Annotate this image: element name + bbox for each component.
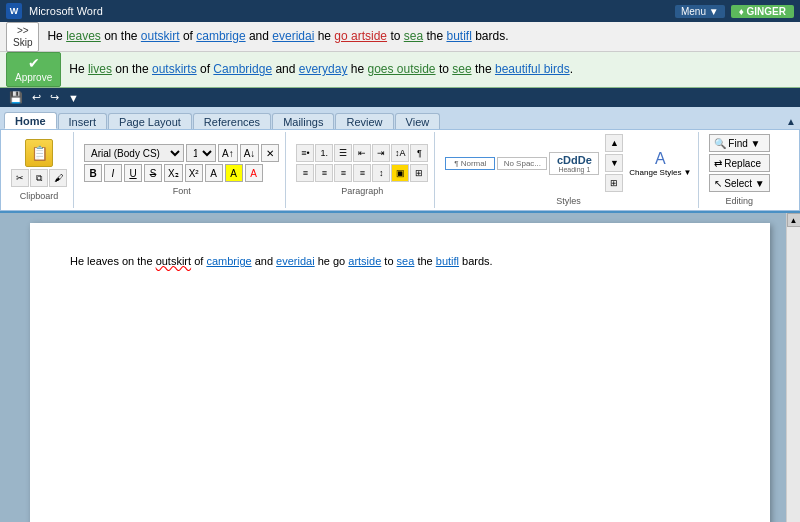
para-row1: ≡• 1. ☰ ⇤ ⇥ ↕A ¶: [296, 144, 428, 162]
word-everidai: everidai: [272, 29, 314, 43]
correction-bar: ✔ Approve He lives on the outskirts of C…: [0, 52, 800, 88]
show-hide-btn[interactable]: ¶: [410, 144, 428, 162]
text-effects-btn[interactable]: A: [205, 164, 223, 182]
menu-button[interactable]: Menu ▼: [675, 5, 725, 18]
suggestion-text: He leaves on the outskirt of cambrige an…: [47, 28, 794, 45]
replace-btn[interactable]: ⇄ Replace: [709, 154, 770, 172]
font-shrink-btn[interactable]: A↓: [240, 144, 260, 162]
skip-label: Skip: [13, 37, 32, 49]
tab-references[interactable]: References: [193, 113, 271, 129]
font-size-select[interactable]: 11: [186, 144, 216, 162]
document-text[interactable]: He leaves on the outskirt of cambrige an…: [70, 253, 730, 270]
font-grow-btn[interactable]: A↑: [218, 144, 238, 162]
word-icon: W: [6, 3, 22, 19]
suggestion-bar: >> Skip He leaves on the outskirt of cam…: [0, 22, 800, 52]
tab-mailings[interactable]: Mailings: [272, 113, 334, 129]
tab-page-layout[interactable]: Page Layout: [108, 113, 192, 129]
justify-btn[interactable]: ≡: [353, 164, 371, 182]
numbering-btn[interactable]: 1.: [315, 144, 333, 162]
font-color-btn[interactable]: A: [245, 164, 263, 182]
scroll-up-btn[interactable]: ▲: [787, 213, 801, 227]
underline-btn[interactable]: U: [124, 164, 142, 182]
app-title: Microsoft Word: [29, 5, 103, 17]
paste-button[interactable]: 📋: [25, 139, 53, 167]
change-styles-label: Change Styles ▼: [629, 168, 691, 177]
select-btn[interactable]: ↖ Select ▼: [709, 174, 770, 192]
bullets-btn[interactable]: ≡•: [296, 144, 314, 162]
word-sea-link: sea: [397, 255, 415, 267]
styles-up-btn[interactable]: ▲: [605, 134, 623, 152]
editing-controls: 🔍 Find ▼ ⇄ Replace ↖ Select ▼: [709, 134, 770, 192]
style-nospace-box[interactable]: No Spac...: [497, 157, 547, 170]
style-normal-box[interactable]: ¶ Normal: [445, 157, 495, 170]
tab-insert[interactable]: Insert: [58, 113, 108, 129]
editing-group: 🔍 Find ▼ ⇄ Replace ↖ Select ▼ Editing: [703, 132, 776, 208]
font-name-row: Arial (Body CS) 11 A↑ A↓ ✕: [84, 144, 279, 162]
increase-indent-btn[interactable]: ⇥: [372, 144, 390, 162]
superscript-btn[interactable]: X²: [185, 164, 203, 182]
corr-see: see: [452, 62, 471, 76]
styles-label: Styles: [556, 196, 581, 206]
subscript-btn[interactable]: X₂: [164, 164, 183, 182]
bold-btn[interactable]: B: [84, 164, 102, 182]
word-leaves: leaves: [66, 29, 101, 43]
undo-quick-btn[interactable]: ↩: [29, 90, 44, 105]
shading-btn[interactable]: ▣: [391, 164, 409, 182]
skip-button[interactable]: >> Skip: [6, 22, 39, 52]
text-highlight-btn[interactable]: A: [225, 164, 243, 182]
decrease-indent-btn[interactable]: ⇤: [353, 144, 371, 162]
qa-expand-btn[interactable]: ▼: [65, 91, 82, 105]
word-artside-link: artside: [348, 255, 381, 267]
styles-group: ¶ Normal No Spac... cDdDe Heading 1 ▲ ▼ …: [439, 132, 698, 208]
borders-btn[interactable]: ⊞: [410, 164, 428, 182]
copy-icon[interactable]: ⧉: [30, 169, 48, 187]
ribbon-toolbar: 📋 ✂ ⧉ 🖌 Clipboard Arial (Body CS) 11: [0, 129, 800, 211]
styles-more-btn[interactable]: ⊞: [605, 174, 623, 192]
paragraph-label: Paragraph: [341, 186, 383, 196]
vertical-scrollbar[interactable]: ▲ ▼: [786, 213, 800, 522]
font-name-select[interactable]: Arial (Body CS): [84, 144, 184, 162]
clipboard-label: Clipboard: [20, 191, 59, 201]
word-go-artside: go artside: [334, 29, 387, 43]
styles-boxes: ¶ Normal No Spac... cDdDe Heading 1 ▲ ▼ …: [445, 134, 691, 192]
ribbon-tabs: Home Insert Page Layout References Maili…: [0, 107, 800, 129]
quick-access-toolbar: 💾 ↩ ↪ ▼: [0, 88, 800, 107]
styles-down-btn[interactable]: ▼: [605, 154, 623, 172]
save-quick-btn[interactable]: 💾: [6, 90, 26, 105]
correction-text: He lives on the outskirts of Cambridge a…: [69, 61, 794, 78]
word-outskirt-error: outskirt: [156, 255, 191, 267]
tab-view[interactable]: View: [395, 113, 441, 129]
word-butifl: butifl: [446, 29, 471, 43]
document-page[interactable]: He leaves on the outskirt of cambrige an…: [30, 223, 770, 522]
line-spacing-btn[interactable]: ↕: [372, 164, 390, 182]
align-right-btn[interactable]: ≡: [334, 164, 352, 182]
italic-btn[interactable]: I: [104, 164, 122, 182]
ginger-button[interactable]: ♦ GINGER: [731, 5, 794, 18]
styles-nav: ▲ ▼ ⊞: [605, 134, 623, 192]
ribbon-container: 💾 ↩ ↪ ▼ Home Insert Page Layout Referenc…: [0, 88, 800, 213]
para-controls: ≡• 1. ☰ ⇤ ⇥ ↕A ¶ ≡ ≡ ≡ ≡ ↕ ▣ ⊞: [296, 144, 428, 182]
tab-home[interactable]: Home: [4, 112, 57, 129]
clear-format-btn[interactable]: ✕: [261, 144, 279, 162]
approve-checkmark: ✔: [28, 55, 40, 72]
change-styles-icon: A: [655, 150, 666, 168]
ribbon-expand-btn[interactable]: ▲: [782, 114, 800, 129]
corr-goes-outside: goes outside: [367, 62, 435, 76]
find-btn[interactable]: 🔍 Find ▼: [709, 134, 770, 152]
redo-quick-btn[interactable]: ↪: [47, 90, 62, 105]
change-styles-btn[interactable]: A Change Styles ▼: [629, 150, 691, 177]
align-center-btn[interactable]: ≡: [315, 164, 333, 182]
format-painter-icon[interactable]: 🖌: [49, 169, 67, 187]
skip-arrows: >>: [17, 25, 29, 37]
multilevel-btn[interactable]: ☰: [334, 144, 352, 162]
font-controls: Arial (Body CS) 11 A↑ A↓ ✕ B I U S X₂ X²: [84, 144, 279, 182]
cut-icon[interactable]: ✂: [11, 169, 29, 187]
style-heading-box[interactable]: cDdDe Heading 1: [549, 152, 599, 175]
tab-review[interactable]: Review: [335, 113, 393, 129]
strikethrough-btn[interactable]: S: [144, 164, 162, 182]
top-bar-actions: Menu ▼ ♦ GINGER: [675, 5, 794, 18]
clipboard-group: 📋 ✂ ⧉ 🖌 Clipboard: [5, 132, 74, 208]
sort-btn[interactable]: ↕A: [391, 144, 409, 162]
align-left-btn[interactable]: ≡: [296, 164, 314, 182]
approve-button[interactable]: ✔ Approve: [6, 52, 61, 87]
